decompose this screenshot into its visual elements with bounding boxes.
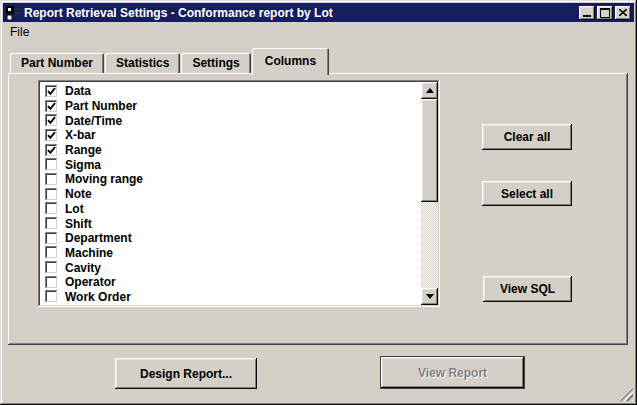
window-title: Report Retrieval Settings - Conformance … — [24, 6, 579, 20]
checkbox-unchecked-icon[interactable] — [45, 217, 58, 230]
checkbox-unchecked-icon[interactable] — [45, 276, 58, 289]
vertical-scrollbar[interactable] — [421, 82, 438, 305]
checkbox-checked-icon[interactable] — [45, 129, 58, 142]
checkbox-unchecked-icon[interactable] — [45, 246, 58, 259]
list-item[interactable]: Machine — [40, 246, 421, 261]
list-item[interactable]: Range — [40, 143, 421, 158]
list-item-label: Machine — [65, 246, 113, 260]
list-item[interactable]: Cavity — [40, 260, 421, 275]
checkbox-unchecked-icon[interactable] — [45, 188, 58, 201]
maximize-button[interactable] — [597, 6, 613, 20]
minimize-button[interactable] — [579, 6, 595, 20]
checkbox-checked-icon[interactable] — [45, 100, 58, 113]
view-report-button: View Report — [380, 356, 525, 389]
list-item[interactable]: X-bar — [40, 128, 421, 143]
tab-part-number[interactable]: Part Number — [10, 53, 104, 73]
checkbox-unchecked-icon[interactable] — [45, 173, 58, 186]
list-item-label: Operator — [65, 275, 116, 289]
tab-statistics[interactable]: Statistics — [105, 53, 180, 73]
arrow-down-icon — [426, 294, 434, 299]
clear-all-button[interactable]: Clear all — [482, 124, 572, 150]
report-retrieval-settings-window: Report Retrieval Settings - Conformance … — [0, 0, 637, 405]
scrollbar-thumb[interactable] — [421, 99, 438, 202]
minimize-icon — [583, 15, 591, 17]
checkbox-unchecked-icon[interactable] — [45, 232, 58, 245]
columns-listbox: DataPart NumberDate/TimeX-barRangeSigmaM… — [38, 80, 440, 307]
list-item-label: Shift — [65, 217, 92, 231]
checkbox-checked-icon[interactable] — [45, 85, 58, 98]
list-item-label: Note — [65, 187, 92, 201]
list-item-label: Cavity — [65, 261, 101, 275]
list-item[interactable]: Part Number — [40, 99, 421, 114]
checkbox-unchecked-icon[interactable] — [45, 261, 58, 274]
list-item[interactable]: Moving range — [40, 172, 421, 187]
columns-tab-panel: DataPart NumberDate/TimeX-barRangeSigmaM… — [8, 73, 628, 345]
menu-file[interactable]: File — [3, 23, 36, 41]
list-item-label: X-bar — [65, 128, 96, 142]
tab-strip: Part NumberStatisticsSettingsColumns — [10, 50, 330, 73]
list-item[interactable]: Date/Time — [40, 113, 421, 128]
checkbox-checked-icon[interactable] — [45, 144, 58, 157]
app-icon — [6, 6, 21, 20]
tab-settings[interactable]: Settings — [181, 53, 250, 73]
checkbox-checked-icon[interactable] — [45, 114, 58, 127]
list-item[interactable]: Work Order — [40, 290, 421, 305]
list-item[interactable]: Department — [40, 231, 421, 246]
list-item[interactable]: Lot — [40, 202, 421, 217]
scroll-up-button[interactable] — [421, 82, 438, 99]
list-item-label: Work Order — [65, 290, 131, 304]
select-all-button[interactable]: Select all — [482, 181, 572, 206]
columns-list: DataPart NumberDate/TimeX-barRangeSigmaM… — [40, 82, 421, 305]
maximize-icon — [600, 8, 610, 18]
tab-columns[interactable]: Columns — [252, 48, 329, 75]
list-item-label: Lot — [65, 202, 84, 216]
list-item-label: Data — [65, 84, 91, 98]
list-item-label: Sigma — [65, 158, 101, 172]
close-button[interactable] — [615, 6, 631, 20]
menu-bar: File — [3, 22, 634, 41]
checkbox-unchecked-icon[interactable] — [45, 158, 58, 171]
close-icon — [619, 9, 627, 16]
arrow-up-icon — [426, 88, 434, 93]
checkbox-unchecked-icon[interactable] — [45, 202, 58, 215]
list-item[interactable]: Data — [40, 84, 421, 99]
view-sql-button[interactable]: View SQL — [483, 276, 572, 302]
list-item[interactable]: Operator — [40, 275, 421, 290]
list-item[interactable]: Note — [40, 187, 421, 202]
scroll-down-button[interactable] — [421, 288, 438, 305]
list-item[interactable]: Shift — [40, 216, 421, 231]
list-item-label: Part Number — [65, 99, 137, 113]
list-item-label: Range — [65, 143, 102, 157]
design-report-button[interactable]: Design Report... — [115, 358, 257, 389]
title-bar: Report Retrieval Settings - Conformance … — [3, 3, 634, 22]
list-item-label: Department — [65, 231, 132, 245]
list-item-label: Date/Time — [65, 114, 122, 128]
resize-grip-icon[interactable] — [620, 388, 633, 401]
list-item[interactable]: Sigma — [40, 157, 421, 172]
list-item-label: Moving range — [65, 172, 143, 186]
checkbox-unchecked-icon[interactable] — [45, 290, 58, 303]
